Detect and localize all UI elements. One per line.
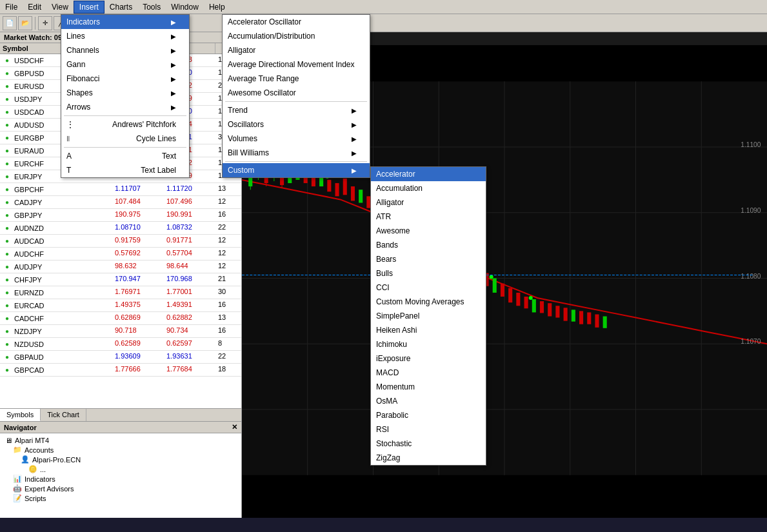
currency-flag: ●: [3, 326, 12, 336]
market-row[interactable]: ● GBPCHF 1.11707 1.11720 13: [0, 183, 241, 196]
custom-heiken-ashi[interactable]: Heiken Ashi: [371, 323, 486, 337]
menu-indicators[interactable]: Indicators ▶: [61, 15, 189, 29]
currency-flag: ●: [3, 120, 12, 130]
market-row[interactable]: ● AUDJPY 98.632 98.644 12: [0, 261, 241, 273]
nav-alpari-pro[interactable]: 👤 Alpari-Pro.ECN: [3, 455, 239, 464]
ind-bill-williams[interactable]: Bill Williams ▶: [223, 146, 370, 160]
menu-help[interactable]: Help: [204, 1, 230, 13]
menu-text-label[interactable]: T Text Label: [61, 163, 189, 177]
custom-stochastic[interactable]: Stochastic: [371, 437, 486, 451]
market-row[interactable]: ● AUDNZD 1.08710 1.08732 22: [0, 222, 241, 235]
custom-momentum[interactable]: Momentum: [371, 380, 486, 394]
market-row[interactable]: ● EURCAD 1.49375 1.49391 16: [0, 299, 241, 312]
custom-simplepanel-label: SimplePanel: [376, 311, 419, 320]
toolbar-crosshair[interactable]: ✛: [38, 16, 52, 30]
market-row[interactable]: ● GBPCAD 1.77666 1.77684 18: [0, 364, 241, 377]
market-row[interactable]: ● EURNZD 1.76971 1.77001 30: [0, 286, 241, 299]
spread-cell: 12: [215, 248, 241, 260]
menu-text[interactable]: A Text: [61, 149, 189, 163]
custom-awesome[interactable]: Awesome: [371, 224, 486, 238]
menu-lines[interactable]: Lines ▶: [61, 29, 189, 43]
custom-ichimoku[interactable]: Ichimoku: [371, 337, 486, 351]
custom-iexposure[interactable]: iExposure: [371, 351, 486, 366]
market-row[interactable]: ● GBPJPY 190.975 190.991 16: [0, 209, 241, 222]
ind-oscillators[interactable]: Oscillators ▶: [223, 117, 370, 132]
market-row[interactable]: ● NZDJPY 90.718 90.734 16: [0, 325, 241, 338]
currency-flag: ●: [3, 172, 12, 181]
ind-trend[interactable]: Trend ▶: [223, 103, 370, 117]
market-row[interactable]: ● GBPAUD 1.93609 1.93631 22: [0, 351, 241, 364]
ind-admi[interactable]: Average Directional Movement Index: [223, 57, 370, 72]
menu-insert[interactable]: Insert: [74, 1, 105, 14]
tab-symbols[interactable]: Symbols: [0, 409, 41, 421]
custom-accumulation[interactable]: Accumulation: [371, 181, 486, 195]
menu-arrows[interactable]: Arrows ▶: [61, 100, 189, 114]
menu-shapes[interactable]: Shapes ▶: [61, 86, 189, 100]
custom-zigzag[interactable]: ZigZag: [371, 451, 486, 465]
arrows-label: Arrows: [66, 103, 90, 112]
currency-flag: ●: [3, 365, 12, 375]
volumes-arrow: ▶: [352, 135, 357, 143]
ind-custom[interactable]: Custom ▶: [223, 163, 370, 177]
custom-bulls[interactable]: Bulls: [371, 266, 486, 281]
custom-cci[interactable]: CCI: [371, 281, 486, 295]
ind-alligator[interactable]: Alligator: [223, 43, 370, 57]
custom-bears[interactable]: Bears: [371, 252, 486, 266]
nav-accounts[interactable]: 📁 Accounts: [3, 445, 239, 455]
ind-awesome-oscillator[interactable]: Awesome Oscillator: [223, 86, 370, 100]
menu-channels[interactable]: Channels ▶: [61, 43, 189, 57]
market-row[interactable]: ● CADCHF 0.62869 0.62882 13: [0, 312, 241, 325]
market-row[interactable]: ● AUDCAD 0.91759 0.91771 12: [0, 235, 241, 248]
market-row[interactable]: ● CADJPY 107.484 107.496 12: [0, 196, 241, 209]
nav-alpari-mt4[interactable]: 🖥 Alpari MT4: [3, 436, 239, 445]
custom-osma[interactable]: OsMA: [371, 394, 486, 408]
custom-moving-averages[interactable]: Custom Moving Averages: [371, 295, 486, 309]
svg-text:1.1100: 1.1100: [741, 141, 761, 148]
custom-parabolic[interactable]: Parabolic: [371, 408, 486, 422]
nav-alpari-label: Alpari MT4: [15, 437, 49, 444]
nav-scripts[interactable]: 📝 Scripts: [3, 493, 239, 503]
symbol-cell: ● EURCAD: [0, 299, 112, 311]
custom-rsi[interactable]: RSI: [371, 422, 486, 437]
nav-account-detail[interactable]: 🪙 ...: [3, 464, 239, 474]
menu-charts[interactable]: Charts: [105, 1, 137, 13]
navigator-close[interactable]: ✕: [232, 423, 237, 431]
nav-indicators[interactable]: 📊 Indicators: [3, 474, 239, 484]
ask-cell: 98.644: [164, 261, 215, 273]
menu-view[interactable]: View: [46, 1, 74, 13]
menu-tools[interactable]: Tools: [137, 1, 166, 13]
ind-accelerator-oscillator[interactable]: Accelerator Oscillator: [223, 15, 370, 29]
ind-volumes[interactable]: Volumes ▶: [223, 132, 370, 146]
spread-cell: 12: [215, 235, 241, 247]
ind-atr[interactable]: Average True Range: [223, 72, 370, 86]
toolbar-new[interactable]: 📄: [3, 16, 17, 30]
spread-cell: 13: [215, 312, 241, 324]
custom-simplepanel[interactable]: SimplePanel: [371, 309, 486, 323]
custom-atr[interactable]: ATR: [371, 210, 486, 224]
menu-file[interactable]: File: [0, 1, 23, 13]
ind-accumulation-distribution[interactable]: Accumulation/Distribution: [223, 29, 370, 43]
custom-accelerator[interactable]: Accelerator: [371, 167, 486, 181]
toolbar-open[interactable]: 📂: [18, 16, 32, 30]
market-row[interactable]: ● AUDCHF 0.57692 0.57704 12: [0, 248, 241, 261]
andrews-label: Andrews' Pitchfork: [112, 120, 176, 129]
shapes-label: Shapes: [66, 88, 93, 97]
nav-alpari-pro-label: Alpari-Pro.ECN: [32, 456, 81, 464]
menu-edit[interactable]: Edit: [23, 1, 46, 13]
menu-andrews-pitchfork[interactable]: ⋮ Andrews' Pitchfork: [61, 117, 189, 132]
market-row[interactable]: ● NZDUSD 0.62589 0.62597 8: [0, 338, 241, 351]
bid-cell: 1.08710: [112, 222, 164, 234]
nav-expert-advisors[interactable]: 🤖 Expert Advisors: [3, 484, 239, 493]
menu-fibonacci[interactable]: Fibonacci ▶: [61, 72, 189, 86]
menu-window[interactable]: Window: [166, 1, 204, 13]
menu-cycle-lines[interactable]: ⫴ Cycle Lines: [61, 132, 189, 146]
custom-bands[interactable]: Bands: [371, 238, 486, 252]
spread-cell: 16: [215, 209, 241, 221]
menu-gann[interactable]: Gann ▶: [61, 57, 189, 72]
tab-tick-chart[interactable]: Tick Chart: [41, 409, 86, 421]
market-row[interactable]: ● CHFJPY 170.947 170.968 21: [0, 273, 241, 286]
custom-alligator[interactable]: Alligator: [371, 195, 486, 210]
volumes-label: Volumes: [228, 134, 257, 143]
custom-macd[interactable]: MACD: [371, 366, 486, 380]
svg-point-67: [490, 275, 493, 279]
